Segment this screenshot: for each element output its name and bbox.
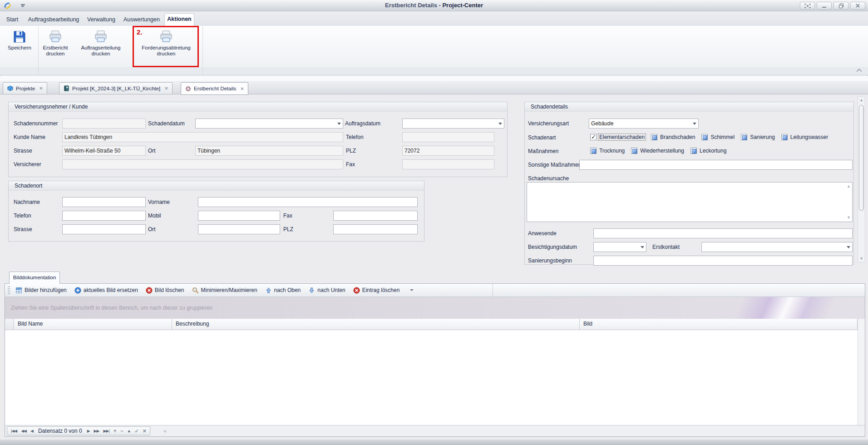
hscroll-left-icon[interactable]: ◀ (163, 429, 166, 433)
grid-vertical-scrollbar[interactable] (858, 319, 865, 425)
nav-next-button[interactable]: ▶ (87, 429, 90, 433)
checkbox-indeterminate-icon[interactable] (781, 134, 788, 140)
ribbon-tab-aktionen[interactable]: Aktionen (164, 13, 194, 26)
memo-scroll-down-icon[interactable]: ▼ (847, 216, 851, 220)
print-auftragserteilung-button[interactable]: Auftragserteilung drucken (72, 27, 130, 66)
checkbox-leitungswasser[interactable]: Leitungswasser (781, 134, 829, 140)
dropdown-arrow-icon[interactable] (844, 242, 852, 252)
dropdown-arrow-icon[interactable] (335, 119, 343, 128)
tab-close-icon[interactable]: ✕ (240, 86, 244, 91)
move-down-button[interactable]: nach Unten (308, 287, 345, 294)
plz-input[interactable] (402, 146, 494, 156)
versicherungsart-combo[interactable] (589, 119, 699, 129)
scroll-up-icon[interactable]: ▲ (858, 98, 865, 102)
ribbon-tab-start[interactable]: Start (2, 14, 23, 26)
form-vertical-scrollbar[interactable]: ▲ ▼ (858, 96, 865, 262)
checkbox-trocknung[interactable]: Trocknung (590, 148, 626, 154)
checkbox-wiederherstellung[interactable]: Wiederherstellung (631, 148, 685, 154)
checkbox-elementarschaden[interactable]: Elementarschaden (590, 134, 646, 140)
besichtigungsdatum-input[interactable] (594, 242, 638, 252)
schadendatum-combo[interactable] (195, 119, 343, 129)
grid-group-panel[interactable]: Ziehen Sie eine Spaltenüberschrift in di… (5, 297, 865, 319)
checkbox-brandschaden[interactable]: Brandschaden (651, 134, 696, 140)
save-button[interactable]: Speichern (4, 27, 35, 66)
ort-plz-input[interactable] (333, 224, 418, 234)
sonstige-massnahmen-input[interactable] (579, 160, 853, 170)
versicherungsart-input[interactable] (589, 119, 690, 128)
add-images-button[interactable]: Bilder hinzufügen (15, 287, 67, 294)
nav-prev-button[interactable]: ◀ (30, 429, 33, 433)
nav-post-button[interactable]: ✓ (135, 428, 138, 434)
memo-scroll-up-icon[interactable]: ▲ (847, 184, 851, 188)
dropdown-arrow-icon[interactable] (638, 242, 646, 252)
grid-empty-viewport[interactable] (5, 330, 858, 425)
dropdown-arrow-icon[interactable] (690, 119, 698, 128)
ort-telefon-input[interactable] (62, 211, 146, 221)
checkbox-leckortung[interactable]: Leckortung (690, 148, 727, 154)
besichtigungsdatum-combo[interactable] (593, 242, 646, 252)
checkbox-checked-icon[interactable] (590, 134, 597, 140)
move-up-button[interactable]: nach Oben (265, 287, 301, 294)
versicherer-input[interactable] (62, 159, 343, 169)
column-header-bild[interactable]: Bild (580, 319, 858, 330)
tab-bilddokumentation[interactable]: Bilddokumentation (9, 272, 60, 284)
mobil-input[interactable] (198, 211, 280, 221)
checkbox-sanierung[interactable]: Sanierung (741, 134, 776, 140)
toolbar-grip-handle[interactable] (8, 286, 10, 294)
ribbon-tab-auswertungen[interactable]: Auswertungen (121, 14, 163, 26)
schadenursache-textarea[interactable] (527, 183, 852, 222)
telefon-input[interactable] (402, 132, 494, 142)
tab-close-icon[interactable]: ✕ (164, 86, 168, 91)
checkbox-indeterminate-icon[interactable] (741, 134, 747, 140)
delete-entry-button[interactable]: Eintrag löschen (353, 287, 400, 294)
replace-image-button[interactable]: aktuelles Bild ersetzen (74, 287, 138, 294)
nav-edit-button[interactable]: ▲ (127, 429, 131, 433)
anwesende-input[interactable] (593, 228, 853, 238)
ort-strasse-input[interactable] (62, 224, 146, 234)
vorname-input[interactable] (198, 197, 418, 207)
doc-tab-projekte[interactable]: Projekte ✕ (3, 82, 47, 94)
checkbox-indeterminate-icon[interactable] (651, 134, 657, 140)
print-erstbericht-button[interactable]: Erstbericht drucken (40, 27, 71, 66)
column-header-bild-name[interactable]: Bild Name (14, 319, 172, 330)
schadensnummer-input[interactable] (62, 119, 146, 129)
kunde-name-input[interactable] (62, 132, 343, 142)
ort-ort-input[interactable] (198, 224, 280, 234)
ribbon-tab-verwaltung[interactable]: Verwaltung (84, 14, 118, 26)
sanierungsbeginn-input[interactable] (593, 256, 853, 266)
nav-cancel-button[interactable]: ✕ (143, 428, 146, 434)
ort-input[interactable] (195, 146, 343, 156)
column-header-beschreibung[interactable]: Beschreibung (172, 319, 580, 330)
ribbon-collapse-icon[interactable] (856, 69, 863, 73)
nachname-input[interactable] (62, 197, 146, 207)
schadendatum-input[interactable] (196, 119, 335, 128)
erstkontakt-input[interactable] (702, 242, 844, 252)
dropdown-arrow-icon[interactable] (496, 119, 504, 128)
auftragsdatum-combo[interactable] (402, 119, 504, 129)
fit-window-button[interactable] (800, 2, 815, 10)
checkbox-indeterminate-icon[interactable] (690, 148, 697, 154)
delete-image-button[interactable]: Bild löschen (146, 287, 184, 294)
checkbox-schimmel[interactable]: Schimmel (701, 134, 735, 140)
ort-fax-input[interactable] (333, 211, 418, 221)
nav-prev-page-button[interactable]: ◀◀ (21, 429, 26, 433)
strasse-input[interactable] (62, 146, 146, 156)
nav-last-button[interactable]: ▶▶| (103, 429, 109, 433)
erstkontakt-combo[interactable] (701, 242, 853, 252)
checkbox-indeterminate-icon[interactable] (590, 148, 597, 154)
doc-tab-erstbericht-details[interactable]: Erstbericht Details ✕ (181, 82, 248, 95)
doc-tab-projekt-k2024[interactable]: Projekt [K_2024-3] [K_LK-TÜ_Kirchte] ✕ (59, 82, 173, 94)
scrollbar-thumb[interactable] (859, 105, 864, 211)
restore-button[interactable] (833, 2, 848, 10)
nav-add-button[interactable]: + (113, 428, 116, 434)
nav-next-page-button[interactable]: ▶▶ (94, 429, 99, 433)
nav-first-button[interactable]: |◀◀ (11, 429, 17, 433)
minimize-button[interactable] (817, 2, 832, 10)
schadenursache-memo[interactable]: ▲ ▼ (527, 182, 853, 222)
toolbar-overflow-icon[interactable] (408, 286, 415, 295)
checkbox-indeterminate-icon[interactable] (701, 134, 708, 140)
scroll-down-icon[interactable]: ▼ (858, 257, 865, 261)
tab-close-icon[interactable]: ✕ (39, 86, 43, 91)
checkbox-indeterminate-icon[interactable] (631, 148, 637, 154)
ribbon-tab-auftragsbearbeitung[interactable]: Auftragsbearbeitung (25, 14, 82, 26)
